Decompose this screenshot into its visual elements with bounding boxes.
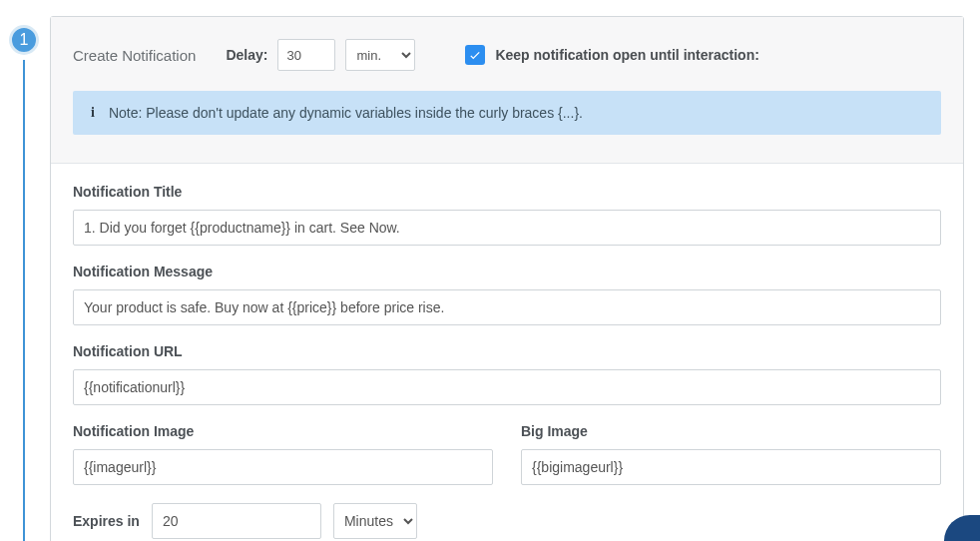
step-badge: 1 <box>9 25 39 55</box>
big-image-label: Big Image <box>521 423 941 439</box>
expires-label: Expires in <box>73 513 140 529</box>
check-icon <box>468 48 482 62</box>
expires-value-input[interactable] <box>152 503 321 539</box>
timeline-bar <box>23 60 25 541</box>
notification-title-label: Notification Title <box>73 184 941 200</box>
create-notification-panel: Create Notification Delay: min. Keep not… <box>50 16 964 541</box>
header-row: Create Notification Delay: min. Keep not… <box>73 39 941 71</box>
big-image-block: Big Image <box>521 423 941 485</box>
delay-group: Delay: min. <box>226 39 415 71</box>
keep-open-checkbox[interactable] <box>465 45 485 65</box>
notification-message-input[interactable] <box>73 289 941 325</box>
panel-body: Notification Title Notification Message … <box>51 164 963 541</box>
notification-title-input[interactable] <box>73 210 941 246</box>
keep-open-group: Keep notification open until interaction… <box>465 45 758 65</box>
notification-url-input[interactable] <box>73 369 941 405</box>
keep-open-label: Keep notification open until interaction… <box>495 47 758 63</box>
step-number: 1 <box>20 31 29 49</box>
expires-row: Expires in Minutes <box>73 503 941 539</box>
note-text: Note: Please don't update any dynamic va… <box>109 105 583 121</box>
info-icon: i <box>91 105 95 121</box>
note-bar: i Note: Please don't update any dynamic … <box>73 91 941 135</box>
panel-header: Create Notification Delay: min. Keep not… <box>51 17 963 164</box>
notification-url-label: Notification URL <box>73 343 941 359</box>
notification-title-block: Notification Title <box>73 184 941 246</box>
notification-image-block: Notification Image <box>73 423 493 485</box>
notification-message-label: Notification Message <box>73 264 941 279</box>
delay-label: Delay: <box>226 47 267 63</box>
panel-title: Create Notification <box>73 47 196 64</box>
delay-unit-select[interactable]: min. <box>345 39 415 71</box>
image-row: Notification Image Big Image <box>73 423 941 485</box>
notification-message-block: Notification Message <box>73 264 941 325</box>
expires-unit-select[interactable]: Minutes <box>333 503 417 539</box>
notification-image-input[interactable] <box>73 449 493 485</box>
notification-url-block: Notification URL <box>73 343 941 405</box>
delay-input[interactable] <box>277 39 335 71</box>
big-image-input[interactable] <box>521 449 941 485</box>
notification-image-label: Notification Image <box>73 423 493 439</box>
